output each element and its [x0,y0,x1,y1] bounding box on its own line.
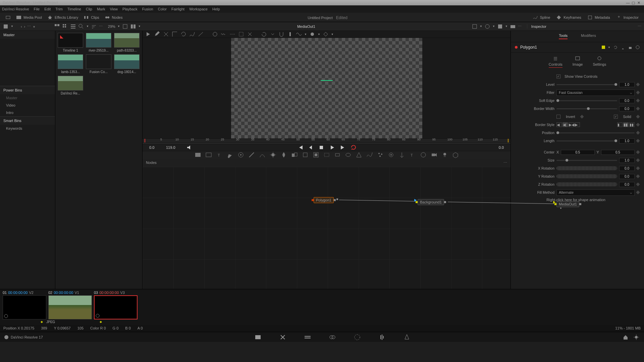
ellipsis-icon[interactable]: ⋯ [27,24,31,28]
rect-mask-icon[interactable] [334,151,341,159]
borderstyle-buttons[interactable]: ◀◀▶◀▶ [556,122,580,127]
loop-button[interactable] [350,144,357,151]
time-ruler[interactable]: 5101520253035404550556065707580859095100… [143,138,511,142]
text-tool-icon[interactable]: T [216,151,223,159]
last-frame-button[interactable] [339,144,346,151]
power-bins-header[interactable]: Power Bins [0,86,55,94]
show-view-checkbox[interactable]: ✓ [556,74,560,78]
size-slider[interactable] [556,160,617,161]
invert-checkbox[interactable] [556,115,560,119]
bspline-mask-icon[interactable] [366,151,373,159]
camera3d-tool-icon[interactable] [430,151,438,159]
softedge-value[interactable]: 0.0 [619,98,635,103]
sort-icon[interactable] [91,23,97,29]
curve-icon[interactable] [189,31,196,38]
cut-page-button[interactable] [279,333,287,341]
blur-tool-icon[interactable] [259,151,266,159]
tab-modifiers[interactable]: Modifiers [581,34,596,39]
menu-trim[interactable]: Trim [55,7,63,11]
keyframe-icon[interactable] [636,139,640,142]
center-x-value[interactable]: 0.5 [561,150,594,155]
close-button[interactable]: ✕ [636,1,641,5]
subtab-image[interactable]: Image [573,55,583,68]
keyframe-icon[interactable] [636,123,640,126]
keyframe-icon[interactable] [636,166,640,170]
bin-item[interactable]: Intro [0,109,55,116]
keyframe-icon[interactable] [636,107,640,110]
line-icon[interactable] [198,31,204,38]
size-value[interactable]: 1.0 [619,158,635,163]
node-mediaout[interactable]: MediaOut1 [556,201,579,207]
keyframe-icon[interactable] [636,174,640,178]
keyframe-icon[interactable] [636,115,640,118]
bin-item[interactable]: Keywords [0,125,55,132]
edit-icon[interactable] [163,31,169,38]
handle-icon[interactable] [287,31,293,38]
zrot-wheel[interactable] [556,182,617,186]
quality-icon[interactable] [484,23,490,29]
media-page-button[interactable] [254,333,262,341]
media-pool-button[interactable]: Media Pool [13,14,45,21]
deliver-page-button[interactable] [403,333,411,341]
menu-help[interactable]: Help [212,7,220,11]
close-poly-icon[interactable] [212,31,218,38]
clips-button[interactable]: Clips [81,14,102,21]
pemitter-tool-icon[interactable] [398,151,406,159]
keyframe-icon[interactable] [636,82,640,86]
clip-thumb[interactable]: dog-18014... [114,54,140,74]
clip-thumb[interactable]: lamb-1353... [57,54,84,74]
fastnoise-tool-icon[interactable] [205,151,212,159]
delete-icon[interactable] [247,31,253,38]
menu-timeline[interactable]: Timeline [67,7,81,11]
render3d-tool-icon[interactable] [452,151,459,159]
clip-thumb[interactable]: DaVinci Re... [57,76,84,95]
menu-workspace[interactable]: Workspace [189,7,208,11]
bin-item[interactable]: Video [0,102,55,109]
arrow-icon[interactable] [145,31,152,38]
resize-tool-icon[interactable] [312,151,320,159]
corner-icon[interactable] [171,31,178,38]
fairlight-page-button[interactable] [378,333,386,341]
polygon-mask-icon[interactable] [355,151,363,159]
more-icon[interactable]: ⋯ [518,24,522,28]
tracker-tool-icon[interactable] [237,151,245,159]
pin-icon[interactable] [621,45,625,50]
search-icon[interactable] [78,23,84,29]
color-page-button[interactable] [353,333,361,341]
enable-icon[interactable] [635,45,640,50]
version-indicator[interactable] [602,46,605,49]
mask-tool-icon[interactable] [248,151,255,159]
polygon-shape[interactable] [321,80,333,81]
grid-large-icon[interactable] [54,23,60,29]
speaker-icon[interactable] [186,144,193,151]
particles-tool-icon[interactable] [377,151,384,159]
prender-tool-icon[interactable] [387,151,395,159]
text3d-tool-icon[interactable]: T [409,151,416,159]
more-icon[interactable]: ⋯ [99,24,103,28]
matte-tool-icon[interactable] [323,151,330,159]
keyframe-icon[interactable] [636,90,640,94]
nav-fwd-icon[interactable]: › [24,24,25,28]
chevron-down-icon[interactable]: ▼ [608,46,610,49]
menu-playback[interactable]: Playback [122,7,138,11]
zrot-value[interactable]: 0.0 [619,182,635,187]
keyframe-icon[interactable] [636,150,640,154]
brightness-tool-icon[interactable] [269,151,277,159]
chevron-icon[interactable] [269,31,276,38]
menu-fusion[interactable]: Fusion [142,7,153,11]
viewer-canvas[interactable] [143,38,511,138]
menu-fairlight[interactable]: Fairlight [171,7,184,11]
center-y-value[interactable]: 0.5 [601,150,635,155]
menu-edit[interactable]: Edit [44,7,51,11]
menu-view[interactable]: View [110,7,118,11]
filter-dropdown[interactable]: Fast Gaussian⌵ [556,89,635,96]
softedge-slider[interactable] [556,100,617,101]
master-bin[interactable]: Master [0,31,55,39]
grid-small-icon[interactable] [62,23,68,29]
inspector-button[interactable]: Inspector [613,14,641,21]
menu-clip[interactable]: Clip [86,7,92,11]
yrot-value[interactable]: 0.0 [619,174,635,179]
node-graph[interactable]: Polygon1 ▶ Background1 ▶ MediaOut1 [143,167,511,289]
solid-checkbox[interactable]: ✓ [614,115,618,119]
bin-item[interactable]: Master [0,94,55,102]
